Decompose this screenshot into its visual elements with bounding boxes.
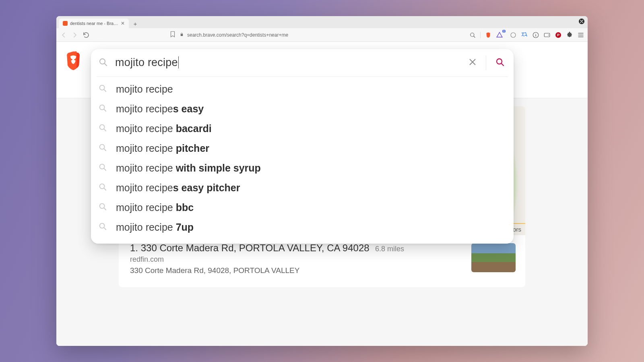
result-thumbnail	[471, 243, 516, 272]
info-icon[interactable]	[532, 31, 539, 39]
suggestion-item[interactable]: mojito recipes easy pitcher	[91, 178, 514, 198]
suggestion-item[interactable]: mojito recipe bacardi	[91, 119, 514, 139]
search-submit-button[interactable]	[495, 57, 505, 68]
suggestion-prefix: mojito recipe	[116, 143, 176, 154]
text-cursor	[178, 56, 179, 68]
tab-strip: dentists near me - Brave Search ✕ ＋	[56, 16, 588, 28]
svg-point-4	[548, 35, 549, 35]
suggestion-bold: s easy pitcher	[173, 182, 240, 193]
translate-icon[interactable]	[521, 31, 528, 39]
svg-point-12	[100, 164, 105, 169]
window-close-button[interactable]	[579, 19, 584, 24]
suggestion-bold: bbc	[176, 202, 194, 213]
svg-point-1	[511, 33, 516, 37]
svg-point-9	[100, 105, 105, 110]
svg-point-14	[100, 204, 105, 209]
search-input-value: mojito recipe	[115, 56, 178, 68]
search-icon	[98, 162, 107, 174]
tab-title: dentists near me - Brave Search	[70, 21, 118, 26]
extensions-puzzle-icon[interactable]	[566, 31, 573, 39]
svg-point-8	[100, 85, 105, 90]
nav-reload-button[interactable]	[82, 31, 90, 39]
toolbar: search.brave.com/search?q=dentists+near+…	[56, 28, 588, 42]
suggestion-bold: s easy	[173, 103, 204, 114]
nav-forward-button[interactable]	[71, 31, 79, 39]
svg-point-0	[471, 33, 474, 36]
lock-icon	[180, 32, 184, 37]
browser-window: dentists near me - Brave Search ✕ ＋ sear…	[56, 16, 588, 346]
clear-search-button[interactable]	[468, 58, 477, 68]
suggestion-bold: pitcher	[176, 143, 209, 154]
suggestion-bold: with simple syrup	[176, 162, 261, 174]
new-tab-button[interactable]: ＋	[131, 20, 139, 28]
url-bar[interactable]: search.brave.com/search?q=dentists+near+…	[93, 30, 506, 40]
search-icon	[98, 221, 107, 233]
suggestion-bold: 7up	[176, 221, 194, 233]
suggestion-item[interactable]: mojito recipe	[91, 79, 514, 99]
svg-point-15	[100, 223, 105, 228]
suggestion-text: mojito recipes easy	[116, 103, 204, 115]
result-domain: redfin.com	[130, 255, 514, 264]
bookmark-outline-icon[interactable]	[169, 31, 176, 39]
extension-generic-icon[interactable]	[510, 31, 517, 39]
tab-active[interactable]: dentists near me - Brave Search ✕	[59, 19, 129, 28]
suggestion-item[interactable]: mojito recipe with simple syrup	[91, 158, 514, 178]
suggestion-text: mojito recipe bacardi	[116, 123, 212, 134]
suggestion-text: mojito recipes easy pitcher	[116, 182, 240, 194]
suggestion-item[interactable]: mojito recipe 7up	[91, 217, 514, 237]
svg-point-10	[100, 125, 105, 130]
url-text: search.brave.com/search?q=dentists+near+…	[187, 32, 288, 38]
menu-icon[interactable]	[577, 31, 584, 39]
pinterest-icon[interactable]: P	[555, 31, 562, 39]
tab-close-icon[interactable]: ✕	[121, 21, 125, 26]
reload-icon	[83, 31, 90, 39]
search-row: mojito recipe	[91, 49, 514, 77]
suggestion-prefix: mojito recipe	[116, 83, 173, 95]
zoom-icon[interactable]	[469, 31, 476, 39]
suggestion-text: mojito recipe bbc	[116, 202, 194, 213]
search-icon	[98, 57, 108, 68]
suggestion-prefix: mojito recipe	[116, 221, 176, 233]
suggestion-text: mojito recipe with simple syrup	[116, 162, 261, 174]
result-address: 330 Corte Madera Rd, 94028, PORTOLA VALL…	[130, 266, 514, 275]
search-icon	[98, 83, 107, 95]
suggestion-text: mojito recipe	[116, 83, 173, 95]
rewards-badge: 0	[502, 30, 506, 33]
nav-back-button[interactable]	[60, 31, 68, 39]
arrow-left-icon	[60, 31, 67, 39]
search-icon	[98, 143, 107, 154]
brave-rewards-icon[interactable]: 0	[496, 31, 503, 39]
suggestion-item[interactable]: mojito recipes easy	[91, 99, 514, 119]
brave-favicon-icon	[63, 21, 68, 26]
suggestion-bold: bacardi	[176, 123, 212, 134]
toolbar-right: P	[510, 31, 584, 39]
suggestion-prefix: mojito recipe	[116, 123, 176, 134]
search-actions	[468, 56, 505, 70]
page-content: Portola Valley 280 Leaflet | © Stadia Ma…	[56, 42, 588, 346]
result-distance: 6.8 miles	[375, 245, 404, 253]
search-autocomplete: mojito recipe mojito recipemojito recipe…	[91, 49, 514, 244]
search-icon	[98, 182, 107, 194]
svg-point-6	[100, 59, 105, 64]
suggestion-list: mojito recipemojito recipes easymojito r…	[91, 77, 514, 240]
suggestion-text: mojito recipe 7up	[116, 221, 194, 233]
search-input[interactable]: mojito recipe	[115, 56, 468, 69]
suggestion-prefix: mojito recipe	[116, 162, 176, 174]
arrow-right-icon	[71, 31, 78, 39]
separator	[480, 32, 481, 38]
suggestion-prefix: mojito recipe	[116, 103, 173, 114]
suggestion-text: mojito recipe pitcher	[116, 143, 209, 154]
suggestion-item[interactable]: mojito recipe bbc	[91, 198, 514, 217]
brave-logo-icon[interactable]	[65, 51, 81, 71]
search-icon	[98, 123, 107, 134]
search-icon	[98, 103, 107, 115]
svg-point-11	[100, 145, 105, 149]
svg-point-7	[497, 59, 502, 64]
suggestion-prefix: mojito recipe	[116, 202, 176, 213]
brave-shield-icon[interactable]	[485, 31, 492, 39]
wallet-icon[interactable]	[543, 31, 551, 39]
result-title: 1. 330 Corte Madera Rd, PORTOLA VALLEY, …	[130, 242, 369, 253]
search-icon	[98, 202, 107, 213]
suggestion-prefix: mojito recipe	[116, 182, 173, 193]
suggestion-item[interactable]: mojito recipe pitcher	[91, 139, 514, 158]
